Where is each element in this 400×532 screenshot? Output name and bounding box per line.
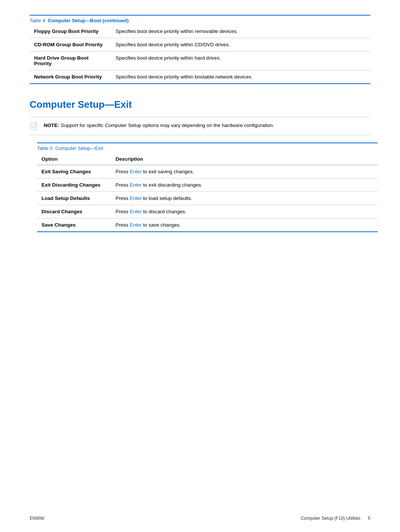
table4-title: Table 4 Computer Setup—Boot (continued): [30, 15, 370, 25]
option-cell: Exit Discarding Changes: [37, 178, 111, 192]
table-row: Exit Saving Changes Press Enter to exit …: [37, 165, 378, 178]
option-cell: Exit Saving Changes: [37, 165, 111, 178]
table4-number: 4: [43, 18, 45, 23]
table4-name: Computer Setup—Boot (continued): [48, 18, 129, 23]
table-row: Save Changes Press Enter to save changes…: [37, 218, 378, 232]
footer-left: ENWW: [30, 516, 44, 521]
table4-word: Table: [30, 18, 41, 23]
table4-bottom-rule: [30, 83, 370, 84]
description-cell: Press Enter to exit discarding changes.: [111, 178, 378, 192]
table5-title: Table 5 Computer Setup—Exit: [37, 143, 378, 153]
enter-link[interactable]: Enter: [130, 195, 141, 201]
option-cell: Network Group Boot Priority: [30, 70, 111, 84]
footer: ENWW Computer Setup (F10) Utilities 5: [0, 516, 400, 521]
option-cell: Floppy Group Boot Priority: [30, 25, 111, 38]
table5-word: Table: [37, 145, 49, 151]
col-description-header: Description: [111, 153, 378, 165]
table-row: Network Group Boot Priority Specifies bo…: [30, 70, 370, 84]
description-cell: Press Enter to exit saving changes.: [111, 165, 378, 178]
section-heading: Computer Setup—Exit: [30, 99, 370, 110]
footer-right: Computer Setup (F10) Utilities 5: [301, 516, 370, 521]
table5-bottom-rule: [37, 231, 378, 232]
option-cell: Save Changes: [37, 218, 111, 232]
description-cell: Press Enter to discard changes.: [111, 205, 378, 218]
enter-link[interactable]: Enter: [130, 182, 141, 188]
description-cell: Specifies boot device priority within bo…: [111, 70, 370, 84]
note-content: NOTE: Support for specific Computer Setu…: [44, 122, 274, 129]
table5-name: Computer Setup—Exit: [55, 145, 103, 151]
note-box: 📄 NOTE: Support for specific Computer Se…: [30, 117, 370, 135]
enter-link[interactable]: Enter: [130, 209, 141, 214]
table-row: CD-ROM Group Boot Priority Specifies boo…: [30, 38, 370, 51]
table-header-row: Option Description: [37, 153, 378, 165]
option-cell: Hard Drive Group Boot Priority: [30, 51, 111, 70]
description-cell: Press Enter to save changes.: [111, 218, 378, 232]
option-cell: Discard Changes: [37, 205, 111, 218]
note-text: Support for specific Computer Setup opti…: [61, 123, 274, 128]
table-row: Exit Discarding Changes Press Enter to e…: [37, 178, 378, 192]
table-row: Hard Drive Group Boot Priority Specifies…: [30, 51, 370, 70]
note-label: NOTE:: [44, 123, 59, 128]
description-cell: Specifies boot device priority within CD…: [111, 38, 370, 51]
description-cell: Press Enter to load setup defaults.: [111, 192, 378, 205]
enter-link[interactable]: Enter: [130, 169, 141, 174]
option-cell: Load Setup Defaults: [37, 192, 111, 205]
table-row: Floppy Group Boot Priority Specifies boo…: [30, 25, 370, 38]
footer-page-number: 5: [368, 516, 370, 521]
table4: Floppy Group Boot Priority Specifies boo…: [30, 25, 370, 83]
table5: Option Description Exit Saving Changes P…: [37, 153, 378, 231]
table5-container: Table 5 Computer Setup—Exit Option Descr…: [37, 143, 378, 232]
option-cell: CD-ROM Group Boot Priority: [30, 38, 111, 51]
table5-number: 5: [50, 145, 53, 151]
note-icon: 📄: [30, 122, 40, 130]
table-row: Discard Changes Press Enter to discard c…: [37, 205, 378, 218]
description-cell: Specifies boot device priority within re…: [111, 25, 370, 38]
enter-link[interactable]: Enter: [130, 222, 141, 228]
description-cell: Specifies boot device priority within ha…: [111, 51, 370, 70]
table4-container: Table 4 Computer Setup—Boot (continued) …: [30, 15, 370, 84]
col-option-header: Option: [37, 153, 111, 165]
footer-text: Computer Setup (F10) Utilities: [301, 516, 360, 521]
table-row: Load Setup Defaults Press Enter to load …: [37, 192, 378, 205]
